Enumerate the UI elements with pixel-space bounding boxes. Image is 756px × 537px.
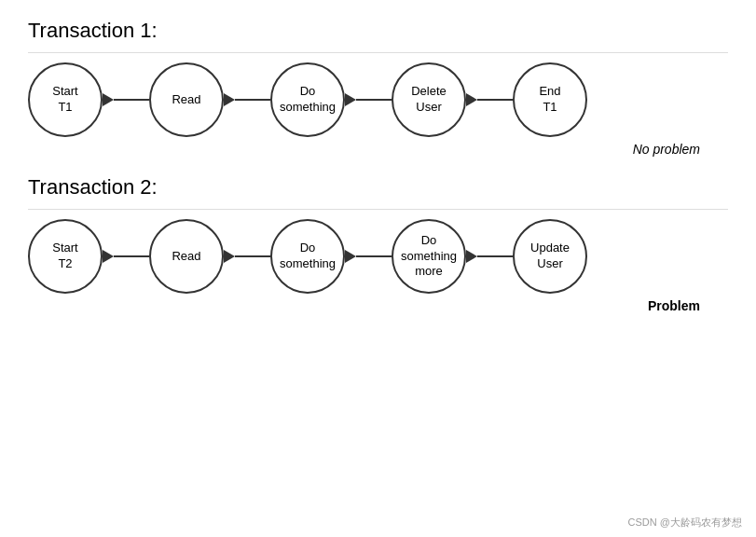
t1-arrow-2 [224, 93, 270, 106]
t1-node-do: Dosomething [270, 62, 345, 137]
t2-arrow-head-1 [103, 250, 114, 263]
transaction2-title: Transaction 2: [28, 175, 728, 200]
transaction2-diagram: StartT2 Read Dosomething Dosomethingmore… [28, 219, 728, 294]
t1-note: No problem [28, 142, 728, 157]
t2-arrow-3 [345, 250, 392, 263]
t1-arrow-head-3 [345, 93, 356, 106]
t2-node-do-more: Dosomethingmore [392, 219, 466, 294]
t1-arrow-head-1 [103, 93, 114, 106]
t2-node-start: StartT2 [28, 219, 103, 294]
t1-node-end: EndT1 [513, 62, 587, 137]
t1-node-start: StartT1 [28, 62, 103, 137]
t1-arrow-3 [345, 93, 392, 106]
t2-arrow-2 [224, 250, 270, 263]
t2-arrow-head-2 [224, 250, 235, 263]
t2-arrow-head-4 [466, 250, 477, 263]
transaction2-section: Transaction 2: StartT2 Read Dosomething … [28, 175, 728, 313]
page: Transaction 1: StartT1 Read Dosomething … [0, 0, 756, 537]
transaction1-title: Transaction 1: [28, 19, 728, 43]
t2-arrow-1 [103, 250, 149, 263]
divider2 [28, 209, 728, 210]
t2-arrow-4 [466, 250, 513, 263]
transaction1-section: Transaction 1: StartT1 Read Dosomething … [28, 19, 728, 157]
t1-arrow-head-2 [224, 93, 235, 106]
t2-arrow-head-3 [345, 250, 356, 263]
t1-arrow-4 [466, 93, 513, 106]
t2-node-update: UpdateUser [513, 219, 587, 294]
t2-node-do: Dosomething [270, 219, 345, 294]
divider1 [28, 52, 728, 53]
t1-node-delete: DeleteUser [392, 62, 466, 137]
t1-arrow-1 [103, 93, 149, 106]
t2-note: Problem [28, 298, 728, 313]
transaction1-diagram: StartT1 Read Dosomething DeleteUser EndT… [28, 62, 728, 137]
t1-node-read: Read [149, 62, 224, 137]
watermark: CSDN @大龄码农有梦想 [628, 516, 742, 530]
t1-arrow-head-4 [466, 93, 477, 106]
t2-node-read: Read [149, 219, 224, 294]
